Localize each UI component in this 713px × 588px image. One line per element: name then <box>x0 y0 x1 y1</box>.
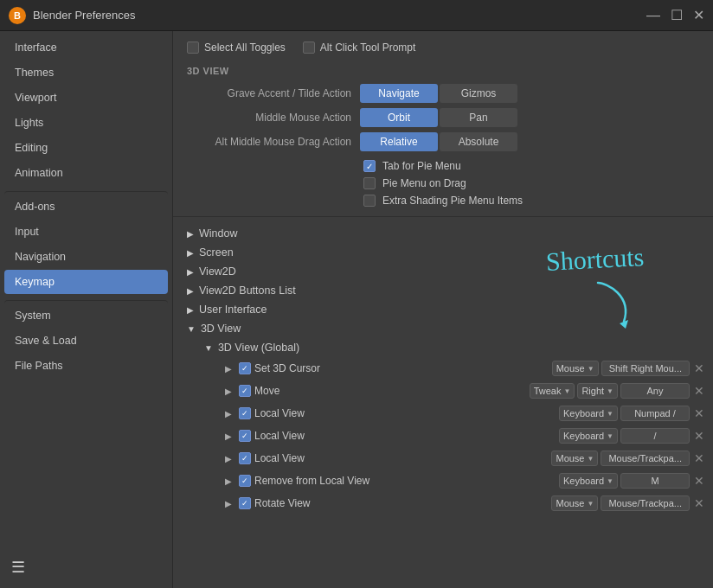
hamburger-button[interactable]: ☰ <box>11 558 25 577</box>
sidebar-item-saveload[interactable]: Save & Load <box>4 329 168 353</box>
remove-localview-controls: Keyboard ▼ M ✕ <box>559 473 706 489</box>
pan-button[interactable]: Pan <box>440 108 517 127</box>
3dview-global-arrow-icon: ▼ <box>204 343 213 353</box>
set3dcursor-label: Set 3D Cursor <box>254 362 549 374</box>
tree-item-view2d[interactable]: ▶ View2D <box>173 262 546 281</box>
set3dcursor-dropdown-arrow-icon: ▼ <box>588 365 594 373</box>
move-key[interactable]: Any <box>620 383 690 399</box>
close-button[interactable]: ✕ <box>693 9 704 22</box>
localview1-expand-icon[interactable]: ▶ <box>225 409 235 419</box>
maximize-button[interactable]: ☐ <box>671 9 683 22</box>
sidebar-item-animation[interactable]: Animation <box>4 161 168 185</box>
localview1-check[interactable]: ✓ <box>239 407 251 419</box>
alt-middle-buttons: Relative Absolute <box>360 132 517 151</box>
sidebar-item-editing[interactable]: Editing <box>4 136 168 160</box>
sidebar-item-filepaths[interactable]: File Paths <box>4 354 168 378</box>
select-all-toggles-group[interactable]: Select All Toggles <box>187 42 286 54</box>
remove-localview-input-select[interactable]: Keyboard ▼ <box>559 473 618 489</box>
tree-item-3dview[interactable]: ▼ 3D View <box>173 319 546 338</box>
remove-localview-expand-icon[interactable]: ▶ <box>225 476 235 486</box>
move-direction-select[interactable]: Right ▼ <box>577 383 618 399</box>
remove-localview-dropdown-arrow-icon: ▼ <box>607 477 613 485</box>
localview3-remove-button[interactable]: ✕ <box>692 451 706 465</box>
sidebar-item-lights[interactable]: Lights <box>4 111 168 135</box>
tree-item-view2d-buttons[interactable]: ▶ View2D Buttons List <box>173 281 546 300</box>
view2d-buttons-arrow-icon: ▶ <box>187 286 194 296</box>
localview3-input-select[interactable]: Mouse ▼ <box>551 451 598 466</box>
tree-item-3dview-global-label: 3D View (Global) <box>218 342 299 354</box>
relative-button[interactable]: Relative <box>360 132 438 151</box>
set3dcursor-key[interactable]: Shift Right Mou... <box>601 361 690 376</box>
sidebar-item-viewport[interactable]: Viewport <box>4 86 168 110</box>
move-checkmark-icon: ✓ <box>241 387 248 395</box>
set3dcursor-expand-icon[interactable]: ▶ <box>225 364 235 374</box>
localview1-controls: Keyboard ▼ Numpad / ✕ <box>559 406 706 421</box>
orbit-button[interactable]: Orbit <box>360 108 438 127</box>
alt-click-checkbox[interactable] <box>303 42 315 54</box>
tree-item-user-interface[interactable]: ▶ User Interface <box>173 300 546 319</box>
localview2-expand-icon[interactable]: ▶ <box>225 431 235 441</box>
rotate-view-input-select[interactable]: Mouse ▼ <box>551 495 598 511</box>
remove-localview-key[interactable]: M <box>620 473 690 489</box>
sidebar-item-system[interactable]: System <box>4 300 168 328</box>
move-expand-icon[interactable]: ▶ <box>225 387 235 396</box>
move-remove-button[interactable]: ✕ <box>692 384 706 398</box>
localview3-check[interactable]: ✓ <box>239 452 251 464</box>
navigate-button[interactable]: Navigate <box>360 84 438 103</box>
sidebar-bottom: ☰ <box>4 551 168 584</box>
alt-click-group[interactable]: Alt Click Tool Prompt <box>303 42 415 54</box>
select-all-toggles-checkbox[interactable] <box>187 42 199 54</box>
localview1-input-select[interactable]: Keyboard ▼ <box>559 406 618 421</box>
set3dcursor-input-select[interactable]: Mouse ▼ <box>552 361 599 376</box>
select-all-toggles-label: Select All Toggles <box>204 42 286 54</box>
tab-pie-menu-checkbox[interactable]: ✓ <box>363 160 376 172</box>
localview2-remove-button[interactable]: ✕ <box>692 429 706 443</box>
minimize-button[interactable]: — <box>646 9 660 22</box>
localview1-remove-button[interactable]: ✕ <box>692 406 706 420</box>
sidebar-item-interface[interactable]: Interface <box>4 35 168 60</box>
tree-item-3dview-global[interactable]: ▼ 3D View (Global) <box>173 338 713 357</box>
top-toggles: Select All Toggles Alt Click Tool Prompt <box>173 38 713 62</box>
rotate-view-controls: Mouse ▼ Mouse/Trackpa... ✕ <box>551 495 706 511</box>
extra-shading-label: Extra Shading Pie Menu Items <box>382 195 523 207</box>
set3dcursor-remove-button[interactable]: ✕ <box>692 361 706 375</box>
title-bar: B Blender Preferences — ☐ ✕ <box>0 0 713 31</box>
rotate-view-label: Rotate View <box>254 497 548 509</box>
sidebar-item-keymap[interactable]: Keymap <box>4 270 168 294</box>
rotate-view-check[interactable]: ✓ <box>239 497 251 509</box>
grave-accent-row: Grave Accent / Tilde Action Navigate Giz… <box>173 81 713 105</box>
move-input-select[interactable]: Tweak ▼ <box>530 383 575 399</box>
extra-shading-checkbox[interactable] <box>363 195 376 207</box>
sidebar-item-themes[interactable]: Themes <box>4 61 168 85</box>
keymap-localview-1: ▶ ✓ Local View Keyboard ▼ Numpad / ✕ <box>173 402 713 425</box>
rotate-view-expand-icon[interactable]: ▶ <box>225 499 235 508</box>
remove-localview-check[interactable]: ✓ <box>239 475 251 487</box>
content-area: Select All Toggles Alt Click Tool Prompt… <box>173 31 713 588</box>
move-direction-dropdown-arrow-icon: ▼ <box>607 387 613 395</box>
localview3-expand-icon[interactable]: ▶ <box>225 454 235 463</box>
rotate-view-remove-button[interactable]: ✕ <box>692 496 706 510</box>
rotate-view-key[interactable]: Mouse/Trackpa... <box>601 495 690 511</box>
screen-arrow-icon: ▶ <box>187 248 194 258</box>
localview2-input-select[interactable]: Keyboard ▼ <box>559 428 618 444</box>
absolute-button[interactable]: Absolute <box>440 132 517 151</box>
localview3-key[interactable]: Mouse/Trackpa... <box>601 451 690 466</box>
sidebar-item-addons[interactable]: Add-ons <box>4 191 168 219</box>
tree-item-window-label: Window <box>199 227 237 240</box>
pie-menu-checkboxes: ✓ Tab for Pie Menu Pie Menu on Drag Extr… <box>173 154 713 213</box>
remove-localview-remove-button[interactable]: ✕ <box>692 474 706 488</box>
sidebar-item-input[interactable]: Input <box>4 220 168 244</box>
move-tweak-dropdown-arrow-icon: ▼ <box>563 387 570 395</box>
set3dcursor-check[interactable]: ✓ <box>239 362 251 374</box>
sidebar-item-navigation[interactable]: Navigation <box>4 245 168 269</box>
tree-item-window[interactable]: ▶ Window <box>173 224 713 243</box>
localview2-check[interactable]: ✓ <box>239 430 251 442</box>
gizmos-button[interactable]: Gizmos <box>440 84 517 103</box>
tree-item-screen[interactable]: ▶ Screen <box>173 243 713 262</box>
tree-item-view2d-buttons-label: View2D Buttons List <box>199 284 296 297</box>
localview2-key[interactable]: / <box>620 428 690 444</box>
move-check[interactable]: ✓ <box>239 385 251 397</box>
localview2-checkmark-icon: ✓ <box>241 431 248 440</box>
localview1-key[interactable]: Numpad / <box>620 406 690 421</box>
pie-drag-checkbox[interactable] <box>363 177 376 189</box>
